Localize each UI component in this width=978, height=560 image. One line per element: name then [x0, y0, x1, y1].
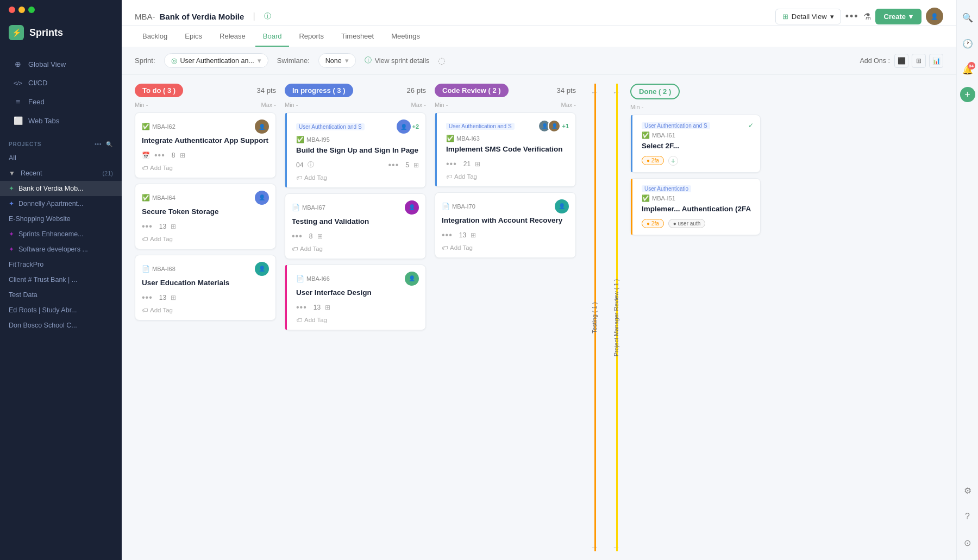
- help-icon[interactable]: ?: [959, 508, 976, 525]
- sidebar-item-cicd[interactable]: </> CI/CD: [4, 74, 117, 92]
- addon-icon-3[interactable]: 📊: [929, 54, 943, 68]
- add-tag[interactable]: 🏷 Add Tag: [296, 174, 419, 181]
- addon-icon-1[interactable]: ⬛: [894, 54, 908, 68]
- sprint-select[interactable]: ◎ User Authentication an... ▾: [164, 53, 268, 68]
- minimize-button[interactable]: [18, 7, 25, 13]
- info-icon[interactable]: ⓘ: [264, 11, 271, 21]
- board-controls: Sprint: ◎ User Authentication an... ▾ Sw…: [122, 47, 956, 75]
- tab-release[interactable]: Release: [212, 27, 253, 47]
- project-item-ed-roots[interactable]: Ed Roots | Study Abr...: [0, 303, 122, 318]
- maximize-button[interactable]: [28, 7, 35, 13]
- add-tag-icon[interactable]: +: [668, 156, 678, 166]
- card-more-icon[interactable]: •••: [442, 230, 453, 240]
- project-item-eshopping[interactable]: E-Shopping Website: [0, 211, 122, 226]
- more-options-button[interactable]: •••: [845, 11, 859, 22]
- projects-more-icon[interactable]: •••: [95, 141, 102, 147]
- user-avatar[interactable]: 👤: [926, 8, 943, 25]
- card-list-icon: ⊞: [475, 160, 480, 168]
- filter-button[interactable]: ⚗: [863, 11, 871, 22]
- project-item-fittrack[interactable]: FitTrackPro: [0, 257, 122, 272]
- dots-icon[interactable]: ⊙: [959, 534, 976, 551]
- projects-search-icon[interactable]: 🔍: [106, 141, 113, 147]
- card-mba-i95: User Authentication and S 👤 +2 ✅ MBA-I95…: [285, 112, 426, 188]
- card-more-icon[interactable]: •••: [142, 293, 153, 303]
- card-more-icon[interactable]: •••: [388, 160, 399, 170]
- project-item-trust-bank[interactable]: Client # Trust Bank | ...: [0, 272, 122, 287]
- settings-icon[interactable]: ⚙: [959, 482, 976, 499]
- doc-icon: 📄: [296, 275, 304, 282]
- card-left-bar: [631, 179, 632, 235]
- nav-tabs: Backlog Epics Release Board Reports Time…: [122, 27, 956, 47]
- project-item-don-bosco[interactable]: Don Bosco School C...: [0, 318, 122, 333]
- sidebar-item-feed[interactable]: ≡ Feed: [4, 92, 117, 111]
- close-button[interactable]: [9, 7, 15, 13]
- project-prefix: MBA-: [135, 12, 155, 21]
- sidebar-item-global-view[interactable]: ⊕ Global View: [4, 55, 117, 73]
- card-id-text: MBA-I61: [652, 132, 675, 139]
- addon-icon-2[interactable]: ⊞: [912, 54, 926, 68]
- project-item-all[interactable]: All: [0, 150, 122, 166]
- add-tag[interactable]: 🏷 Add Tag: [142, 307, 269, 313]
- sprint-chevron-icon: ▾: [258, 56, 261, 65]
- view-sprint-details-button[interactable]: ⓘ View sprint details: [365, 56, 430, 65]
- detail-view-button[interactable]: ⊞ Detail View ▾: [775, 9, 841, 24]
- card-list-icon: ⊞: [180, 152, 185, 159]
- doc-icon: 📄: [292, 204, 300, 211]
- tab-meetings[interactable]: Meetings: [384, 27, 428, 47]
- card-id: 📄 MBA-I66: [296, 275, 330, 282]
- project-item-bank-verdia[interactable]: ✦ Bank of Verdia Mob...: [0, 181, 122, 196]
- sprint-select-icon: ◎: [171, 56, 177, 65]
- projects-list: All ▼ Recent (21) ✦ Bank of Verdia Mob..…: [0, 150, 122, 333]
- create-button[interactable]: Create ▾: [875, 9, 921, 24]
- tab-board[interactable]: Board: [255, 27, 290, 47]
- check-icon: ✅: [642, 131, 650, 139]
- clock-icon[interactable]: 🕐: [959, 35, 976, 52]
- add-tag[interactable]: 🏷 Add Tag: [142, 236, 269, 242]
- card-footer: ••• 13 ⊞: [442, 230, 569, 240]
- column-todo-header: To do ( 3 ) 34 pts: [135, 84, 276, 97]
- card-id: 📄 MBA-I68: [142, 265, 175, 273]
- card-top-num: 04: [296, 161, 303, 169]
- card-list-icon: ⊞: [171, 223, 176, 230]
- tab-backlog[interactable]: Backlog: [135, 27, 175, 47]
- project-item-software-dev[interactable]: ✦ Software developers ...: [0, 242, 122, 257]
- card-title: Secure Token Storage: [142, 207, 269, 217]
- testing-label: Testing ( 1 ): [591, 298, 598, 337]
- project-item-test-data[interactable]: Test Data: [0, 287, 122, 303]
- detail-view-icon: ⊞: [782, 12, 788, 21]
- swimlane-label: Swimlane:: [277, 56, 310, 65]
- tab-timesheet[interactable]: Timesheet: [334, 27, 381, 47]
- card-footer: ••• 21 ⊞: [446, 159, 569, 169]
- card-more-icon[interactable]: •••: [292, 231, 303, 241]
- swimlane-select[interactable]: None ▾: [318, 53, 356, 68]
- col-todo-minmax: Min - Max -: [135, 102, 276, 108]
- card-footer: ••• 13 ⊞: [142, 293, 269, 303]
- project-item-donnelly[interactable]: ✦ Donnelly Apartment...: [0, 196, 122, 211]
- column-pm-review: Project Manager Review ( 1 ) ← →: [606, 84, 626, 551]
- project-item-recent[interactable]: ▼ Recent (21): [0, 166, 122, 181]
- add-tag[interactable]: 🏷 Add Tag: [142, 165, 269, 171]
- card-more-icon[interactable]: •••: [296, 303, 307, 312]
- topbar-actions: ⊞ Detail View ▾ ••• ⚗ Create ▾ 👤: [775, 8, 943, 25]
- notification-count: 84: [968, 62, 975, 70]
- tab-epics[interactable]: Epics: [177, 27, 210, 47]
- project-item-sprints-enhance[interactable]: ✦ Sprints Enhanceme...: [0, 226, 122, 242]
- add-tag[interactable]: 🏷 Add Tag: [292, 246, 419, 252]
- card-footer: ••• 13 ⊞: [142, 222, 269, 231]
- extra-avatars: +1: [562, 123, 569, 129]
- tab-reports[interactable]: Reports: [291, 27, 331, 47]
- card-more-icon[interactable]: •••: [142, 222, 153, 231]
- add-button[interactable]: +: [960, 87, 975, 102]
- card-title: Implemer... Authentication (2FA: [642, 204, 754, 215]
- search-icon[interactable]: 🔍: [959, 9, 976, 26]
- check-icon: ✅: [296, 136, 304, 143]
- card-mba-i67: 📄 MBA-I67 👤 Testing and Validation ••• 8…: [285, 193, 426, 259]
- sidebar-item-web-tabs[interactable]: ⬜ Web Tabs: [4, 111, 117, 130]
- notification-icon[interactable]: 🔔 84: [959, 61, 976, 78]
- add-tag[interactable]: 🏷 Add Tag: [446, 173, 569, 180]
- add-tag[interactable]: 🏷 Add Tag: [442, 244, 569, 251]
- card-more-icon[interactable]: •••: [446, 159, 457, 169]
- add-tag[interactable]: 🏷 Add Tag: [296, 317, 419, 323]
- card-more-icon[interactable]: •••: [154, 150, 165, 160]
- card-id: ✅ MBA-I64: [142, 194, 175, 202]
